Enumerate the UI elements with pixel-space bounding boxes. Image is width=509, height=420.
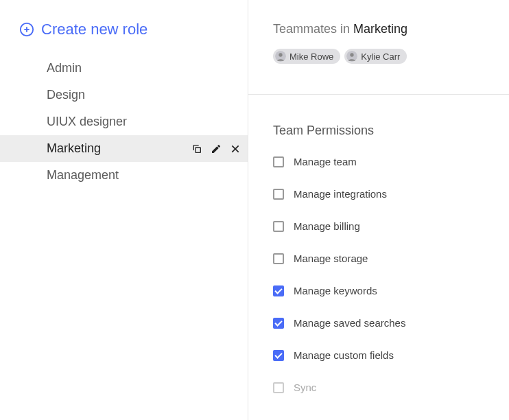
sidebar-item-uiux-designer[interactable]: UIUX designer xyxy=(0,108,248,135)
permission-row-manage-team[interactable]: Manage team xyxy=(273,156,509,167)
sidebar-item-marketing[interactable]: Marketing xyxy=(0,135,248,162)
teammate-chip[interactable]: Kylie Carr xyxy=(344,49,407,64)
create-role-button[interactable]: Create new role xyxy=(0,21,248,38)
close-icon[interactable] xyxy=(230,143,241,154)
main-panel: Teammates in Marketing Mike Rowe Kylie C… xyxy=(248,0,509,420)
role-label: UIUX designer xyxy=(47,115,127,129)
permission-row-manage-custom-fields[interactable]: Manage custom fields xyxy=(273,349,509,361)
svg-rect-3 xyxy=(196,148,200,152)
create-role-label: Create new role xyxy=(41,21,147,38)
checkbox[interactable] xyxy=(273,189,284,200)
permission-label: Sync xyxy=(294,382,316,393)
teammate-chip[interactable]: Mike Rowe xyxy=(273,49,340,64)
sidebar-item-management[interactable]: Management xyxy=(0,162,248,189)
permission-row-manage-keywords[interactable]: Manage keywords xyxy=(273,285,509,296)
permission-row-manage-storage[interactable]: Manage storage xyxy=(273,253,509,264)
permission-label: Manage saved searches xyxy=(294,317,405,329)
permission-row-manage-saved-searches[interactable]: Manage saved searches xyxy=(273,317,509,329)
teammate-name: Mike Rowe xyxy=(289,51,333,62)
checkbox[interactable] xyxy=(273,318,284,329)
role-label: Design xyxy=(47,88,85,102)
role-label: Marketing xyxy=(47,141,101,156)
permission-row-sync[interactable]: Sync xyxy=(273,382,509,393)
svg-point-7 xyxy=(279,53,282,56)
copy-icon[interactable] xyxy=(191,143,202,154)
plus-circle-icon xyxy=(19,22,34,37)
checkbox[interactable] xyxy=(273,156,284,167)
avatar-icon xyxy=(346,51,357,62)
role-label: Admin xyxy=(47,61,82,75)
permission-label: Manage keywords xyxy=(294,285,377,296)
permission-label: Manage integrations xyxy=(294,188,387,200)
permissions-section: Team Permissions Manage team Manage inte… xyxy=(273,95,509,393)
permission-row-manage-billing[interactable]: Manage billing xyxy=(273,220,509,232)
role-list: Admin Design UIUX designer Marketing xyxy=(0,55,248,189)
permission-label: Manage billing xyxy=(294,220,360,232)
pencil-icon[interactable] xyxy=(211,143,222,154)
teammates-row: Mike Rowe Kylie Carr xyxy=(273,49,509,64)
checkbox[interactable] xyxy=(273,382,284,393)
permissions-title: Team Permissions xyxy=(273,124,509,138)
teammates-header: Teammates in Marketing xyxy=(273,22,509,36)
permission-label: Manage team xyxy=(294,156,357,167)
role-label: Management xyxy=(47,168,119,183)
permission-label: Manage storage xyxy=(294,253,368,264)
permission-row-manage-integrations[interactable]: Manage integrations xyxy=(273,188,509,200)
sidebar-item-admin[interactable]: Admin xyxy=(0,55,248,82)
teammates-prefix: Teammates in xyxy=(273,22,353,36)
svg-point-9 xyxy=(351,53,354,56)
teammate-name: Kylie Carr xyxy=(361,51,400,62)
sidebar: Create new role Admin Design UIUX design… xyxy=(0,0,248,420)
checkbox[interactable] xyxy=(273,350,284,361)
avatar-icon xyxy=(275,51,286,62)
checkbox[interactable] xyxy=(273,285,284,296)
teammates-role-name: Marketing xyxy=(353,22,407,36)
checkbox[interactable] xyxy=(273,221,284,232)
role-actions xyxy=(191,143,241,154)
checkbox[interactable] xyxy=(273,253,284,264)
permission-label: Manage custom fields xyxy=(294,349,394,361)
sidebar-item-design[interactable]: Design xyxy=(0,82,248,108)
